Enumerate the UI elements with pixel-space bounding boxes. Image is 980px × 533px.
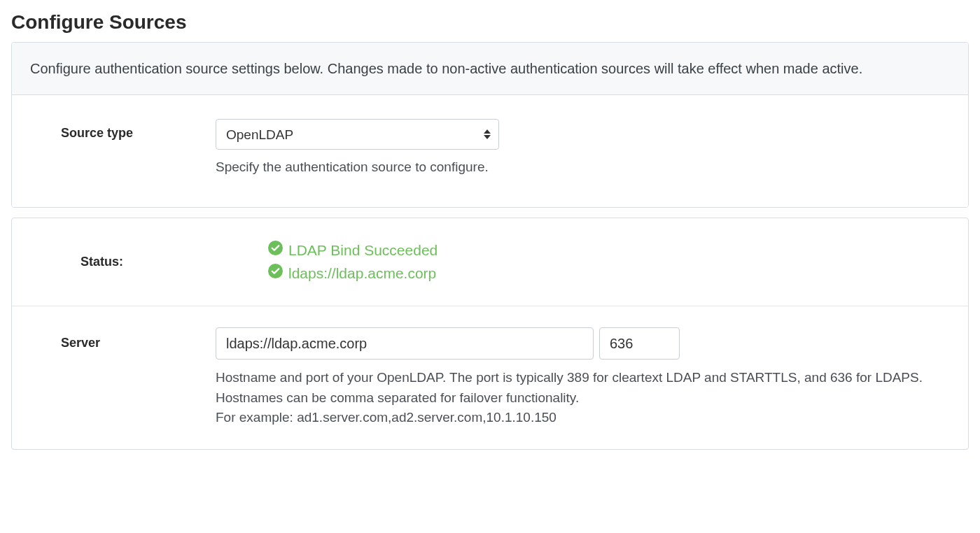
server-label: Server <box>61 336 100 350</box>
source-type-help: Specify the authentication source to con… <box>216 159 950 175</box>
server-host-input[interactable] <box>216 327 594 360</box>
server-port-input[interactable] <box>599 327 680 360</box>
source-type-select[interactable]: OpenLDAP <box>216 119 499 150</box>
check-circle-icon <box>268 262 283 285</box>
source-type-label: Source type <box>61 126 133 140</box>
source-type-panel: Configure authentication source settings… <box>11 42 969 208</box>
status-item-text: LDAP Bind Succeeded <box>288 239 438 262</box>
page-title: Configure Sources <box>11 11 969 34</box>
ldap-config-panel: Status: LDAP Bind Succeeded <box>11 218 969 450</box>
status-item-text: ldaps://ldap.acme.corp <box>288 262 436 285</box>
server-row: Server Hostname and port of your OpenLDA… <box>30 327 950 428</box>
status-item-host: ldaps://ldap.acme.corp <box>268 262 950 285</box>
status-item-bind-succeeded: LDAP Bind Succeeded <box>268 239 950 262</box>
check-circle-icon <box>268 239 283 262</box>
panel-intro-text: Configure authentication source settings… <box>12 43 968 95</box>
status-label: Status: <box>80 255 123 269</box>
source-type-row: Source type OpenLDAP Specify the authent… <box>30 119 950 175</box>
server-help-text: Hostname and port of your OpenLDAP. The … <box>216 368 927 428</box>
status-row: Status: LDAP Bind Succeeded <box>30 239 950 285</box>
